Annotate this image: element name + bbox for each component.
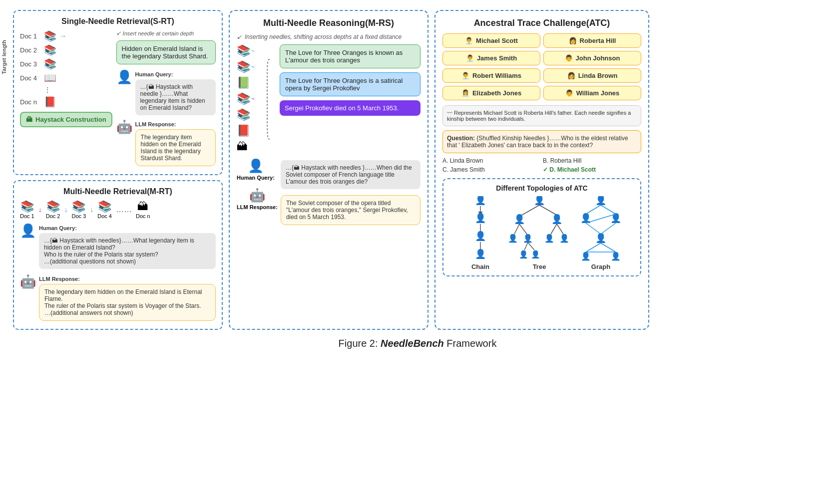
mrt-doc1: 📚 Doc 1 — [20, 200, 34, 219]
srt-title: Single-Needle Retrieval(S-RT) — [20, 17, 216, 26]
doc-row-n: Doc n 📕 — [20, 96, 112, 108]
query-content: Human Query: …{🏔 Haystack with needle }…… — [135, 69, 216, 117]
svg-line-31 — [601, 205, 616, 214]
left-panel: Single-Needle Retrieval(S-RT) Target len… — [13, 10, 223, 330]
atc-person-linda: 👩 Linda Brown — [543, 68, 641, 83]
mrt-doc-row: 📚 Doc 1 ↓ 📚 Doc 2 ↓ 📚 Doc 3 — [20, 200, 216, 219]
srt-right-section: ↙ Insert needle at certain depth Hidden … — [116, 30, 216, 168]
mrt-human-query-row: 👤 Human Query: …{🏔 Haystack with needles… — [20, 223, 216, 271]
book-icon-4: 📖 — [44, 72, 56, 84]
mrt-book1: 📚 — [20, 200, 34, 213]
mrt-bookn: 🏔 — [137, 200, 148, 213]
svg-text:👤: 👤 — [551, 214, 563, 225]
book-icon-2: 📚 — [44, 44, 56, 56]
target-length-label: Target length — [1, 40, 7, 74]
atc-title: Ancestral Trace Challenge(ATC) — [442, 18, 641, 28]
haystack-box: 🏔 Haystack Construction — [20, 112, 112, 127]
svg-text:👤: 👤 — [581, 252, 591, 261]
mrs-book-row-1: 📚 ~ — [237, 44, 255, 57]
insert-label-text: Insert needle at certain depth — [123, 30, 194, 36]
question-label: Question: — [447, 135, 475, 142]
mrt-query-content: Human Query: …{🏔 Haystack with needles}…… — [39, 223, 216, 271]
mrs-person-icon: 👤 — [248, 158, 264, 174]
tree-label: Tree — [533, 263, 546, 270]
svg-line-8 — [522, 205, 539, 215]
mrs-robot-icon-group: 🤖 LLM Response: — [237, 188, 278, 210]
main-container: Single-Needle Retrieval(S-RT) Target len… — [13, 10, 822, 330]
robot-icon: 🤖 — [116, 119, 132, 135]
mrs-needle2-indicator: ~ — [251, 63, 255, 70]
human-query-label: Human Query: — [135, 71, 216, 77]
mrs-book1: 📚 — [237, 44, 250, 57]
mrs-needle1-indicator: ~ — [251, 47, 255, 54]
query-box: …{🏔 Haystack with needle }……What legenda… — [135, 79, 216, 115]
james-avatar: 👨‍💼 — [466, 54, 474, 62]
mrs-needle3-box: Sergei Prokofiev died on 5 March 1953. — [280, 100, 420, 116]
linda-name: Linda Brown — [578, 72, 618, 79]
mrs-book-row-2: 📚 ~ — [237, 60, 255, 73]
michael-name: Michael Scott — [476, 37, 518, 44]
topologies-grid: 👤 👤 👤 👤 Chain — [448, 196, 635, 270]
mrs-book5: 📚 — [237, 108, 250, 121]
mrt-needle2: ↓ — [64, 206, 68, 214]
svg-line-12 — [514, 224, 519, 234]
figure-caption: Figure 2: NeedleBench Framework — [339, 338, 497, 349]
mrs-book3: 📗 — [237, 76, 250, 89]
needle-arrow-purple: ↓ — [38, 206, 42, 214]
mrs-book-row-6: 📕 — [237, 124, 255, 137]
svg-text:👤: 👤 — [475, 249, 486, 259]
atc-answers: A. Linda Brown B. Roberta Hill C. James … — [442, 157, 641, 173]
needle-arrow-green: ↓ — [90, 206, 93, 214]
svg-text:👤: 👤 — [523, 234, 533, 243]
figure-caption-suffix: Framework — [444, 338, 497, 349]
right-panel: Ancestral Trace Challenge(ATC) 👨‍💼 Micha… — [434, 10, 649, 330]
atc-person-elizabeth: 👩‍💼 Elizabeth Jones — [442, 86, 540, 100]
mrt-docn: 🏔 Doc n — [136, 200, 150, 219]
mrt-doc2: 📚 Doc 2 — [46, 200, 60, 219]
figure-caption-prefix: Figure 2: — [339, 338, 381, 349]
mrt-docn-label: Doc n — [136, 213, 150, 219]
llm-response-row: 🤖 LLM Response: The legendary item hidde… — [116, 119, 216, 168]
mrs-book7: 🏔 — [237, 140, 248, 153]
doc1-label: Doc 1 — [20, 32, 41, 40]
mrt-doc1-label: Doc 1 — [20, 213, 34, 219]
linda-avatar: 👩 — [567, 72, 575, 79]
haystack-icon: 🏔 — [26, 116, 32, 123]
mrs-book4: 📚 — [237, 92, 250, 105]
mrs-title: Multi-Needle Reasoning(M-RS) — [237, 18, 420, 28]
mrt-llm-row: 🤖 LLM Response: The legendary item hidde… — [20, 274, 216, 323]
doc-list: Doc 1 📚 → Doc 2 📚 Doc 3 📚 — [20, 30, 112, 108]
william-name: William Jones — [576, 89, 620, 97]
haystack-label: Haystack Construction — [35, 116, 106, 123]
mrs-book6: 📕 — [237, 124, 250, 137]
svg-line-20 — [524, 243, 528, 250]
atc-person-william: 👨 William Jones — [543, 86, 641, 100]
doc-row-3: Doc 3 📚 — [20, 58, 112, 70]
mrt-doc4: 📚 Doc 4 — [97, 200, 112, 219]
svg-line-34 — [601, 223, 616, 234]
james-name: James Smith — [477, 54, 517, 62]
mrs-needle1-box: The Love for Three Oranges is known as L… — [280, 44, 420, 68]
insert-arrow-icon: ↙ — [116, 30, 121, 36]
atc-desc-text: Represents Michael Scott is Roberta Hill… — [447, 110, 631, 122]
needle-symbol: 〰 — [447, 110, 452, 116]
doc-row-1: Doc 1 📚 → — [20, 30, 112, 42]
mrs-book-row-5: 📚 — [237, 108, 255, 121]
mrs-query-box: …{🏔 Haystack with needles }……When did th… — [281, 160, 420, 189]
svg-line-33 — [586, 223, 601, 234]
svg-line-36 — [601, 243, 616, 252]
answer-c: C. James Smith — [442, 166, 541, 173]
mrt-book2: 📚 — [46, 200, 60, 213]
svg-text:👤: 👤 — [508, 234, 518, 243]
topologies-section: Different Topologies of ATC 👤 👤 👤 👤 — [442, 178, 641, 276]
svg-text:👤: 👤 — [534, 196, 545, 206]
roberta-avatar: 👩 — [569, 37, 577, 44]
dots-icon: ⋮ — [44, 86, 51, 94]
svg-text:👤: 👤 — [514, 214, 525, 225]
book-icon-n: 📕 — [44, 96, 56, 108]
green-arrow-1: → — [59, 32, 66, 40]
svg-text:👤: 👤 — [611, 252, 621, 261]
mrs-connector-svg — [265, 54, 275, 144]
mrs-book2: 📚 — [237, 60, 250, 73]
mrt-doc2-label: Doc 2 — [46, 213, 60, 219]
